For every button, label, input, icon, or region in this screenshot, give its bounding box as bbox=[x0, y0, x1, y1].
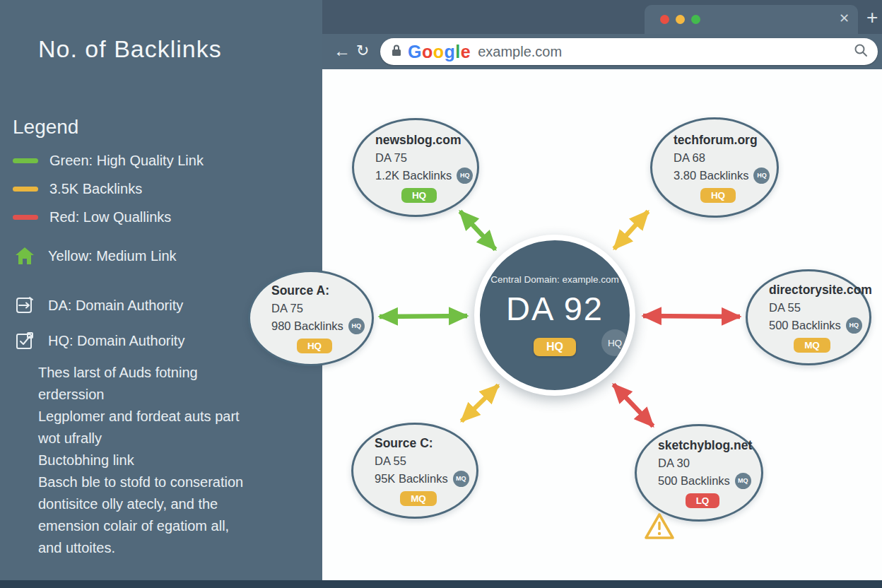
legend-label: DA: Domain Authority bbox=[48, 298, 183, 314]
node-backlinks: 1.2K Backlinks HQ bbox=[375, 167, 477, 184]
legend-item-yellow: 3.5K Backlinks bbox=[13, 181, 142, 197]
legend-item-red: Red: Low Quallinks bbox=[13, 209, 171, 225]
yellow-line-icon bbox=[13, 187, 38, 192]
node-title: Source C: bbox=[375, 436, 476, 451]
hq-circle-badge: MQ bbox=[735, 473, 751, 489]
quality-pill: MQ bbox=[794, 338, 830, 353]
node-backlinks: 500 Backlinks HQ bbox=[769, 317, 869, 334]
node-newsblog: newsblog.com DA 75 1.2K Backlinks HQ HQ bbox=[352, 118, 479, 217]
tab-close-icon[interactable]: ✕ bbox=[839, 11, 849, 26]
node-title: Source A: bbox=[271, 283, 372, 298]
backlinks-text: 980 Backlinks bbox=[271, 319, 343, 333]
hq-circle-badge: HQ bbox=[457, 167, 473, 184]
hq-circle-badge: HQ bbox=[348, 318, 365, 334]
hq-circle-badge: HQ bbox=[753, 167, 770, 184]
new-tab-button[interactable]: + bbox=[866, 6, 878, 29]
node-sketchyblog: sketchyblog.net DA 30 500 Backlinks MQ L… bbox=[635, 424, 763, 522]
reload-button[interactable]: ↻ bbox=[356, 41, 369, 61]
hq-circle-badge: HQ bbox=[601, 329, 628, 356]
node-da: DA 30 bbox=[658, 457, 761, 470]
backlinks-text: 3.80 Backlinks bbox=[674, 169, 748, 182]
browser-toolbar: ← ↻ Google example.com bbox=[322, 34, 882, 69]
node-backlinks: 95K Backlinks MQ bbox=[375, 471, 476, 487]
hq-circle-badge: HQ bbox=[846, 317, 862, 334]
document-arrow-icon bbox=[13, 294, 37, 317]
legend-title: Legend bbox=[13, 116, 78, 139]
back-button[interactable]: ← bbox=[334, 41, 351, 61]
node-techforum: techforum.org DA 68 3.80 Backlinks HQ HQ bbox=[650, 117, 779, 218]
node-backlinks: 3.80 Backlinks HQ bbox=[674, 167, 777, 184]
bottom-edge bbox=[0, 580, 882, 588]
search-icon[interactable] bbox=[854, 43, 868, 60]
legend-item-green: Green: High Quality Link bbox=[13, 153, 204, 169]
sidebar-paragraph: Thes larst of Auds fotning erderssion Le… bbox=[38, 362, 278, 559]
minimize-window-icon[interactable] bbox=[676, 15, 685, 24]
node-central-domain: Central Domain: example.com DA 92 HQ HQ bbox=[474, 235, 635, 396]
lock-icon bbox=[392, 44, 401, 59]
node-title: sketchyblog.net bbox=[658, 438, 761, 453]
backlinks-text: 95K Backlinks bbox=[375, 472, 448, 486]
browser-tab-bar: ✕ + bbox=[322, 0, 882, 34]
address-bar[interactable]: Google example.com bbox=[380, 38, 878, 65]
quality-pill: HQ bbox=[297, 339, 332, 353]
node-title: techforum.org bbox=[674, 133, 777, 148]
legend-item-da: DA: Domain Authority bbox=[13, 294, 183, 317]
node-da: DA 75 bbox=[375, 151, 477, 165]
legend-item-hq: HQ: Domain Authority bbox=[13, 329, 184, 352]
screenshot-root: No. of Backlinks Legend Green: High Qual… bbox=[0, 0, 882, 588]
node-source-c: Source C: DA 55 95K Backlinks MQ MQ bbox=[351, 423, 478, 519]
backlinks-text: 500 Backlinks bbox=[658, 474, 730, 488]
backlinks-text: 1.2K Backlinks bbox=[375, 169, 452, 182]
node-backlinks: 500 Backlinks MQ bbox=[658, 473, 761, 489]
node-da: DA 55 bbox=[769, 301, 869, 314]
node-da: DA 75 bbox=[271, 302, 372, 315]
google-logo: Google bbox=[408, 42, 471, 62]
page-title: No. of Backlinks bbox=[38, 35, 222, 63]
green-line-icon bbox=[13, 158, 38, 163]
legend-label: Red: Low Quallinks bbox=[49, 209, 171, 225]
close-window-icon[interactable] bbox=[660, 15, 669, 24]
home-icon bbox=[13, 245, 37, 267]
legend-label: Yellow: Medium Link bbox=[48, 248, 177, 264]
central-label: Central Domain: example.com bbox=[490, 274, 619, 285]
quality-pill: HQ bbox=[700, 188, 736, 203]
node-title: directorysite.com bbox=[769, 283, 869, 298]
node-title: newsblog.com bbox=[375, 133, 477, 148]
warning-icon bbox=[643, 512, 676, 544]
node-backlinks: 980 Backlinks HQ bbox=[271, 318, 372, 334]
legend-item-medium: Yellow: Medium Link bbox=[13, 245, 177, 267]
legend-label: HQ: Domain Authority bbox=[48, 333, 184, 349]
node-da: DA 55 bbox=[375, 454, 476, 468]
checkbox-icon bbox=[13, 329, 37, 352]
legend-label: 3.5K Backlinks bbox=[49, 181, 142, 197]
quality-pill: HQ bbox=[401, 188, 437, 203]
legend-label: Green: High Quality Link bbox=[49, 153, 204, 169]
quality-pill: LQ bbox=[686, 493, 720, 508]
hq-circle-badge: MQ bbox=[453, 471, 469, 487]
quality-pill: MQ bbox=[400, 491, 437, 506]
node-da: DA 68 bbox=[674, 151, 777, 165]
node-source-a: Source A: DA 75 980 Backlinks HQ HQ bbox=[248, 270, 374, 366]
backlinks-text: 500 Backlinks bbox=[769, 319, 841, 332]
browser-tab[interactable]: ✕ bbox=[645, 5, 858, 34]
window-controls bbox=[660, 15, 700, 24]
red-line-icon bbox=[13, 215, 38, 220]
quality-pill: HQ bbox=[534, 338, 576, 356]
url-text: example.com bbox=[478, 44, 562, 60]
maximize-window-icon[interactable] bbox=[691, 15, 700, 24]
node-directorysite: directorysite.com DA 55 500 Backlinks HQ… bbox=[746, 269, 871, 365]
central-da: DA 92 bbox=[506, 289, 604, 328]
